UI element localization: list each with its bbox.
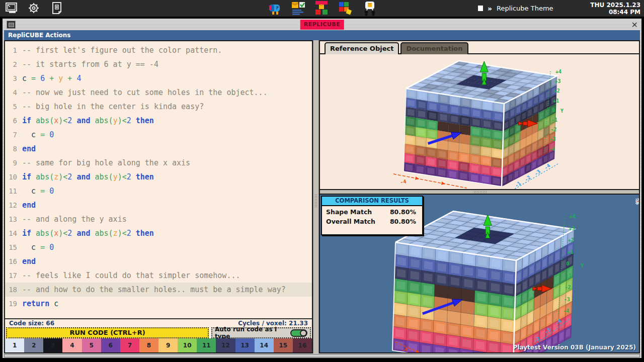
code-line[interactable]: 17-- feels like I could do that simpler …: [5, 268, 312, 283]
overall-match-label: Overall Match: [326, 218, 375, 225]
code-text: -- now we just need to cut some holes in…: [22, 85, 268, 100]
cube-bubble-icon[interactable]: [362, 1, 377, 16]
comparison-row: Overall Match 80.80%: [322, 216, 422, 225]
code-text: end: [22, 198, 36, 212]
palette-color-7[interactable]: 7: [120, 338, 139, 352]
splitter-grip: [314, 194, 318, 207]
svg-text:-1: -1: [514, 180, 522, 189]
clock: THU 2025.1.23 08:44 PM: [590, 2, 640, 16]
palette-color-12[interactable]: 12: [216, 338, 235, 352]
palette-color-4[interactable]: 4: [62, 338, 82, 352]
code-line[interactable]: 18-- and how to do the smaller holes.. m…: [5, 283, 312, 297]
palette-color-16[interactable]: 16: [293, 338, 312, 352]
line-number: 12: [5, 198, 17, 212]
code-line[interactable]: 2-- it starts from 6 at y == -4: [5, 57, 312, 71]
svg-text:-4: -4: [549, 146, 555, 152]
horizontal-splitter[interactable]: [320, 189, 639, 195]
code-line[interactable]: 19return c: [5, 297, 312, 311]
run-code-button[interactable]: RUN CODE (CTRL+R): [6, 327, 209, 338]
svg-text:-1: -1: [566, 273, 572, 279]
mailbox-icon[interactable]: P: [268, 1, 283, 16]
monitor-icon[interactable]: [5, 2, 18, 15]
autorun-toggle[interactable]: [290, 329, 307, 337]
code-text: if abs(z)<2 and abs(y)<2 then: [22, 170, 154, 184]
code-line[interactable]: 4-- now we just need to cut some holes i…: [5, 85, 312, 100]
color-grid-icon[interactable]: [338, 1, 353, 16]
code-editor[interactable]: 1-- first let's figure out the color pat…: [5, 41, 312, 318]
line-number: 5: [5, 100, 17, 114]
svg-text:-4: -4: [399, 178, 407, 185]
autorun-label: Auto run code as I type: [215, 326, 290, 340]
svg-text:Y: Y: [581, 263, 584, 268]
tab-reference-object[interactable]: Reference Object: [325, 42, 399, 54]
code-line[interactable]: 12end: [5, 198, 312, 212]
code-line[interactable]: 3c = 6 + y + 4: [5, 71, 312, 85]
code-line[interactable]: 14if abs(x)<2 and abs(z)<2 then: [5, 226, 312, 240]
cubes-icon[interactable]: [314, 1, 329, 16]
palette-color-1[interactable]: 1: [5, 338, 24, 352]
palette-color-6[interactable]: 6: [101, 338, 120, 352]
window-titlebar[interactable]: REPLICUBE ✕: [4, 20, 640, 30]
window-bottom-frame[interactable]: [4, 354, 640, 357]
svg-text:0: 0: [552, 108, 555, 113]
palette-color-11[interactable]: 11: [197, 338, 216, 352]
code-line[interactable]: 9-- same for big hole along the x axis: [5, 156, 312, 170]
svg-text:+1: +1: [567, 249, 573, 255]
theme-indicator[interactable]: » Replicube Theme: [478, 0, 553, 17]
tab-documentation[interactable]: Documentation: [400, 42, 468, 54]
code-line[interactable]: 15 c = 0: [5, 240, 312, 254]
cube-check-icon[interactable]: [291, 1, 306, 16]
reference-viewport[interactable]: +4+3+2+10-1-2-3-4Y-4-3-2-1-4: [320, 54, 639, 189]
code-text: -- feels like I could do that simpler so…: [22, 268, 240, 283]
code-text: c = 0: [22, 240, 54, 254]
palette-color-3[interactable]: 3: [43, 338, 62, 352]
palette-color-14[interactable]: 14: [255, 338, 274, 352]
code-line[interactable]: 5-- big hole in the center is kinda easy…: [5, 100, 312, 114]
window-menu-button[interactable]: [7, 21, 16, 29]
code-size-label: Code size: 66: [9, 320, 54, 327]
code-line[interactable]: 8end: [5, 142, 312, 156]
svg-text:+2: +2: [568, 237, 574, 243]
replicube-window: REPLICUBE ✕ RepliCUBE Actions 1-- first …: [2, 18, 642, 358]
code-text: -- it starts from 6 at y == -4: [22, 57, 158, 71]
code-line[interactable]: 1-- first let's figure out the color pat…: [5, 43, 312, 57]
reference-cube-render: +4+3+2+10-1-2-3-4Y-4-3-2-1-4: [320, 54, 639, 189]
palette-color-8[interactable]: 8: [139, 338, 158, 352]
palette-color-2[interactable]: 2: [24, 338, 43, 352]
new-file-icon[interactable]: [50, 2, 63, 15]
svg-text:+3: +3: [569, 226, 575, 231]
svg-text:+1: +1: [553, 98, 559, 104]
toggle-knob: [300, 330, 307, 336]
code-line[interactable]: 13-- and along the y axis: [5, 212, 312, 226]
code-text: c = 0: [22, 184, 54, 198]
autorun-box: Auto run code as I type: [211, 327, 311, 338]
palette-color-15[interactable]: 15: [274, 338, 293, 352]
line-number: 18: [5, 283, 17, 297]
comparison-title: COMPARISON RESULTS: [322, 197, 422, 206]
palette-color-13[interactable]: 13: [235, 338, 255, 352]
code-line[interactable]: 10if abs(z)<2 and abs(y)<2 then: [5, 170, 312, 184]
vertical-splitter[interactable]: [313, 40, 319, 353]
right-column: Reference Object Documentation +4+3+2+10…: [319, 40, 640, 353]
code-text: -- and how to do the smaller holes.. mus…: [22, 283, 286, 297]
palette-color-5[interactable]: 5: [82, 338, 101, 352]
code-line[interactable]: 7 c = 0: [5, 128, 312, 142]
close-icon[interactable]: ✕: [631, 20, 638, 30]
replica-viewport[interactable]: +4+3+2+10-1-2-3-4Y-4-3-2-1-4-3 COMPARISO…: [320, 195, 639, 352]
code-line[interactable]: 11 c = 0: [5, 184, 312, 198]
code-text: return c: [22, 297, 58, 311]
line-number: 7: [5, 128, 17, 142]
palette-color-10[interactable]: 10: [178, 338, 197, 352]
reset-rotation-icon[interactable]: [635, 197, 639, 206]
line-number: 6: [5, 114, 17, 128]
code-line[interactable]: 6if abs(x)<2 and abs(y)<2 then: [5, 114, 312, 128]
code-line[interactable]: 16end: [5, 254, 312, 268]
svg-text:-3: -3: [564, 297, 570, 302]
gear-icon[interactable]: [27, 2, 40, 15]
panel-header: RepliCUBE Actions: [4, 30, 640, 40]
line-number: 1: [5, 43, 17, 57]
splitter-grip: [473, 191, 487, 194]
line-number: 4: [5, 85, 17, 100]
svg-text:-2: -2: [550, 127, 556, 132]
palette-color-9[interactable]: 9: [158, 338, 178, 352]
